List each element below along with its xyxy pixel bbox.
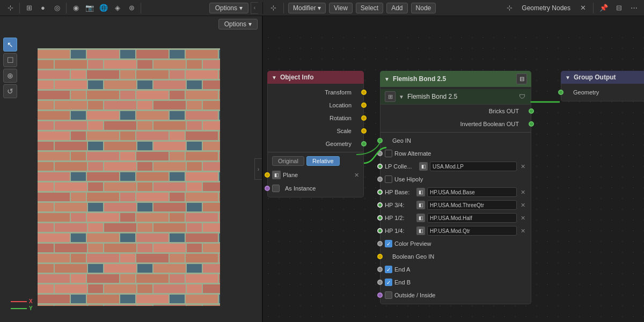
hp-34-socket[interactable] bbox=[377, 202, 383, 208]
end-a-socket[interactable] bbox=[377, 267, 383, 272]
lp-icon[interactable]: ◧ bbox=[419, 162, 428, 171]
use-hipoly-socket[interactable] bbox=[377, 177, 383, 182]
lp-collection-input[interactable] bbox=[430, 162, 517, 171]
hp-34-close[interactable]: ✕ bbox=[519, 201, 526, 209]
node-editor-type-icon[interactable]: ⊹ bbox=[267, 2, 279, 14]
lp-close-button[interactable]: ✕ bbox=[519, 163, 526, 170]
node-menu-button[interactable]: Node bbox=[411, 3, 436, 13]
color-preview-socket[interactable] bbox=[377, 241, 383, 246]
add-menu-button[interactable]: Add bbox=[386, 3, 407, 13]
hp-34-icon[interactable]: ◧ bbox=[416, 201, 425, 209]
end-b-socket[interactable] bbox=[377, 280, 383, 285]
geometry-socket[interactable] bbox=[361, 141, 367, 147]
viewport-collapse-handle[interactable]: › bbox=[254, 158, 262, 180]
color-preview-label: Color Preview bbox=[394, 240, 431, 247]
hp-14-icon[interactable]: ◧ bbox=[416, 226, 425, 235]
use-hipoly-checkbox[interactable] bbox=[385, 175, 392, 183]
color-preview-checkbox[interactable]: ✓ bbox=[385, 240, 392, 247]
hp-12-socket[interactable] bbox=[377, 215, 383, 221]
row-alternate-row: Row Alternate bbox=[380, 147, 531, 160]
editor-type-icon[interactable]: ⊞ bbox=[23, 2, 35, 14]
more-options-icon[interactable]: ⋯ bbox=[628, 2, 640, 14]
as-instance-socket[interactable] bbox=[265, 186, 270, 191]
hp-14-close[interactable]: ✕ bbox=[519, 227, 526, 235]
inverted-bool-socket[interactable] bbox=[529, 121, 534, 127]
rotate-icon[interactable]: ↺ bbox=[3, 84, 17, 98]
end-b-checkbox[interactable]: ✓ bbox=[385, 279, 392, 286]
copy-node-button[interactable]: ⊟ bbox=[516, 74, 527, 84]
lp-collection-socket[interactable] bbox=[377, 164, 383, 169]
hp-base-input[interactable] bbox=[427, 187, 517, 197]
hp-12-row: HP 1/2: ◧ ✕ bbox=[380, 211, 531, 224]
row-alternate-checkbox[interactable] bbox=[385, 150, 392, 157]
location-socket[interactable] bbox=[361, 103, 367, 108]
select-menu-button[interactable]: Select bbox=[356, 3, 383, 13]
collapse-icon[interactable]: ▼ bbox=[384, 76, 390, 82]
hp-12-close[interactable]: ✕ bbox=[519, 214, 526, 222]
divider3 bbox=[141, 3, 141, 13]
geo-in-socket[interactable] bbox=[377, 138, 383, 143]
hp-14-input[interactable] bbox=[427, 226, 517, 236]
outside-inside-label: Outside / Inside bbox=[394, 292, 435, 298]
render-icon[interactable]: ⊛ bbox=[126, 2, 137, 14]
flemish-subheader: ⊞ ▼ Flemish Bond 2.5 🛡 bbox=[380, 89, 531, 105]
transform-row: Transform bbox=[268, 86, 363, 99]
toggle-row: Original Relative bbox=[268, 154, 363, 168]
outside-inside-row: Outside / Inside bbox=[380, 289, 531, 302]
overlay-icon[interactable]: ⊟ bbox=[613, 2, 625, 14]
plane-icon: ◧ bbox=[272, 171, 281, 179]
shading-solid-icon[interactable]: ● bbox=[37, 2, 49, 14]
viewport-options-button[interactable]: Options ▾ bbox=[218, 19, 258, 30]
bricks-out-label: Bricks OUT bbox=[385, 108, 526, 114]
rotation-socket[interactable] bbox=[361, 115, 367, 121]
close-editor-icon[interactable]: ✕ bbox=[577, 2, 589, 14]
transform-icon[interactable]: ⊕ bbox=[3, 69, 17, 83]
preset-icon[interactable]: ⊞ bbox=[385, 91, 396, 102]
material-icon[interactable]: ◈ bbox=[112, 2, 123, 14]
collapse-icon[interactable]: ▼ bbox=[272, 75, 277, 80]
original-button[interactable]: Original bbox=[272, 156, 304, 166]
plane-close-button[interactable]: ✕ bbox=[354, 172, 359, 179]
hp-base-icon[interactable]: ◧ bbox=[416, 188, 425, 196]
boolean-geo-in-socket[interactable] bbox=[377, 254, 383, 259]
shield-icon: 🛡 bbox=[518, 92, 526, 101]
hp-12-icon[interactable]: ◧ bbox=[416, 214, 425, 222]
transform-socket[interactable] bbox=[361, 90, 367, 95]
view-3d-icon[interactable]: ◉ bbox=[70, 2, 82, 14]
view-menu-button[interactable]: View bbox=[329, 3, 353, 13]
node-editor-toolbar: ⊹ Modifier ▾ View Select Add Node ⊹ Geom… bbox=[263, 2, 644, 14]
camera-icon[interactable]: 📷 bbox=[84, 2, 96, 14]
hp-34-input[interactable] bbox=[427, 200, 517, 210]
geometry-label: Geometry bbox=[272, 141, 359, 147]
end-a-checkbox[interactable]: ✓ bbox=[385, 266, 392, 273]
options-chevron-icon: ▾ bbox=[239, 4, 243, 12]
hp-12-input[interactable] bbox=[427, 213, 517, 223]
pin-icon[interactable]: 📌 bbox=[598, 2, 610, 14]
select-tool-icon[interactable]: ↖ bbox=[3, 38, 17, 52]
shading-wire-icon[interactable]: ◎ bbox=[51, 2, 63, 14]
hp-base-close[interactable]: ✕ bbox=[519, 188, 526, 196]
render-props-icon[interactable]: ⊹ bbox=[503, 2, 515, 14]
box-select-icon[interactable]: ☐ bbox=[3, 53, 17, 67]
scale-socket[interactable] bbox=[361, 128, 367, 134]
bricks-out-socket[interactable] bbox=[529, 108, 534, 114]
row-alternate-socket[interactable] bbox=[377, 151, 383, 156]
outside-inside-checkbox[interactable] bbox=[385, 291, 392, 299]
geometry-in-label: Geometry bbox=[566, 89, 642, 96]
panel-collapse-button[interactable]: ‹ bbox=[251, 2, 258, 14]
boolean-geo-in-label: Boolean Geo IN bbox=[385, 253, 526, 260]
geometry-in-socket[interactable] bbox=[558, 90, 564, 95]
use-hipoly-label: Use Hipoly bbox=[394, 176, 423, 182]
hp-base-socket[interactable] bbox=[377, 189, 383, 195]
as-instance-checkbox[interactable] bbox=[272, 185, 280, 192]
blender-logo-icon[interactable]: ⊹ bbox=[4, 2, 16, 14]
outside-inside-socket[interactable] bbox=[377, 292, 383, 298]
collapse-icon[interactable]: ▼ bbox=[565, 75, 570, 80]
plane-socket[interactable] bbox=[265, 172, 270, 178]
sphere-icon[interactable]: 🌐 bbox=[98, 2, 109, 14]
modifier-menu-button[interactable]: Modifier ▾ bbox=[288, 3, 326, 13]
hp-14-socket[interactable] bbox=[377, 228, 383, 233]
options-button[interactable]: Options ▾ bbox=[209, 3, 248, 13]
viewport-left-tools: ↖ ☐ ⊕ ↺ bbox=[3, 38, 17, 98]
relative-button[interactable]: Relative bbox=[306, 156, 340, 166]
